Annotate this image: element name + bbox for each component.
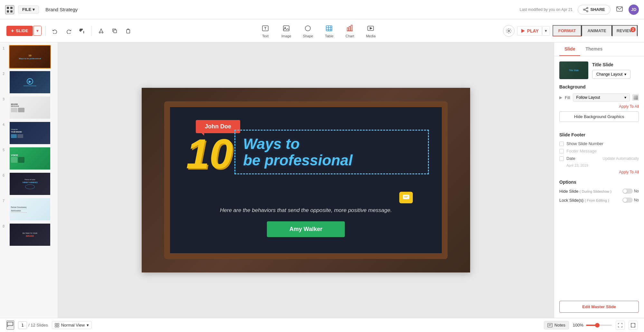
insert-image-button[interactable]: Image: [276, 22, 297, 40]
slide-footer-section-title: Slide Footer: [559, 132, 639, 137]
paste-button[interactable]: [123, 26, 134, 36]
insert-text-button[interactable]: Text: [256, 22, 275, 40]
toolbar-right-group: PLAY ▾ FORMAT ANIMATE REVIEW 2: [503, 25, 638, 37]
cut-button[interactable]: [96, 26, 107, 36]
last-modified-text: Last modified by you on Apr 21: [520, 7, 573, 12]
slide-thumbnail-6[interactable]: 6 Focus of your TARGET AUDIENCE: [3, 172, 55, 196]
title-box: Ways to be professional: [234, 130, 429, 174]
hide-slide-label-group: Hide Slide ( During Slideshow ): [559, 189, 611, 194]
svg-rect-43: [57, 326, 59, 327]
paint-format-button[interactable]: [77, 26, 88, 36]
slide-thumbnail-1[interactable]: 1 10 Ways to be professional: [3, 45, 55, 69]
app-grid-button[interactable]: [5, 5, 14, 14]
lock-slides-row: Lock Slide(s) ( From Editing ) No: [559, 198, 639, 203]
svg-rect-0: [7, 7, 9, 9]
slide-thumbnail-8[interactable]: 8 BE TRUE TO YOUR BRAND: [3, 223, 55, 246]
fit-screen-button[interactable]: [616, 321, 625, 330]
slide-thumbnail-5[interactable]: 5 VOICE: [3, 147, 55, 170]
slide-thumb-img-4[interactable]: Integrate YOUR BRAND: [9, 121, 51, 145]
notes-button[interactable]: Notes: [544, 321, 569, 329]
slide-thumb-img-8[interactable]: BE TRUE TO YOUR BRAND: [9, 223, 51, 246]
slide-number-2: 2: [3, 70, 7, 76]
play-dropdown-button[interactable]: ▾: [542, 27, 550, 34]
mail-icon-button[interactable]: [616, 5, 623, 14]
zoom-percentage-text: 100%: [573, 323, 583, 327]
slide-thumb-img-2[interactable]: ▶: [9, 70, 51, 94]
fill-color-swatch[interactable]: [632, 94, 639, 101]
edit-master-slide-button[interactable]: Edit Master Slide: [559, 301, 639, 313]
slide-number-7: 7: [3, 198, 7, 203]
slide-thumb-img-3[interactable]: BRAND MESSAGE: [9, 96, 51, 119]
slide-thumbnail-7[interactable]: 7 Partner Consistency Add Emotion: [3, 198, 55, 221]
slide-thumbnail-2[interactable]: 2 ▶: [3, 70, 55, 94]
date-checkbox[interactable]: [559, 156, 564, 161]
slide-number-1: 1: [3, 45, 7, 50]
apply-all-background-link[interactable]: Apply To All: [559, 104, 639, 109]
apply-all-footer-link[interactable]: Apply To All: [559, 170, 639, 174]
chart-insert-icon: [345, 24, 354, 33]
file-menu-button[interactable]: FILE ▾: [18, 5, 39, 14]
lock-slides-toggle[interactable]: No: [622, 198, 639, 203]
date-auto-text: Update Automatically: [602, 156, 639, 161]
svg-rect-40: [55, 323, 57, 325]
settings-button[interactable]: [503, 25, 515, 37]
svg-point-34: [508, 30, 509, 32]
media-label: Media: [366, 34, 375, 38]
share-button[interactable]: SHARE: [578, 5, 611, 14]
fullscreen-button[interactable]: [629, 321, 638, 330]
slide-dropdown-button[interactable]: ▾: [33, 26, 42, 36]
footer-message-label: Footer Message: [566, 149, 597, 153]
svg-rect-16: [127, 30, 130, 33]
review-tab[interactable]: REVIEW 2: [612, 25, 638, 36]
slide-thumb-bg-1: 10 Ways to be professional: [10, 46, 50, 68]
slide-thumb-bg-4: Integrate YOUR BRAND: [10, 122, 50, 144]
svg-line-7: [585, 8, 587, 9]
hide-slide-toggle[interactable]: No: [622, 189, 639, 194]
insert-chart-button[interactable]: Chart: [340, 22, 359, 40]
slide-thumb-img-5[interactable]: VOICE: [9, 147, 51, 170]
comment-icon-button[interactable]: [6, 320, 14, 330]
view-switcher[interactable]: Normal View ▾: [52, 321, 92, 329]
tab-slide[interactable]: Slide: [559, 42, 580, 56]
svg-rect-2: [7, 10, 9, 13]
insert-media-button[interactable]: Media: [361, 22, 381, 40]
add-slide-button[interactable]: + SLIDE: [6, 26, 33, 36]
slide-thumbnail-3[interactable]: 3 BRAND MESSAGE: [3, 96, 55, 119]
insert-table-button[interactable]: Table: [319, 22, 339, 40]
play-button[interactable]: PLAY: [517, 26, 542, 35]
footer-message-checkbox[interactable]: [559, 149, 564, 153]
user-avatar[interactable]: JD: [629, 5, 639, 15]
zoom-slider[interactable]: [586, 325, 612, 326]
copy-button[interactable]: [109, 26, 120, 36]
file-label: FILE: [22, 7, 31, 12]
lock-slides-no-text: No: [634, 198, 639, 202]
slide-title-line1: Ways to: [243, 136, 420, 152]
page-number-input[interactable]: [18, 321, 27, 329]
format-tab[interactable]: FORMAT: [553, 25, 582, 36]
footer-message-row: Footer Message: [559, 149, 639, 153]
slide-thumb-img-7[interactable]: Partner Consistency Add Emotion: [9, 198, 51, 221]
slide-thumb-bg-7: Partner Consistency Add Emotion: [10, 198, 50, 220]
date-row: Date Update Automatically: [559, 156, 639, 161]
svg-line-13: [100, 29, 101, 32]
change-layout-button[interactable]: Change Layout ▾: [592, 70, 630, 79]
slide-thumbnail-4[interactable]: 4 Integrate YOUR BRAND: [3, 121, 55, 145]
slide-thumb-img-6[interactable]: Focus of your TARGET AUDIENCE: [9, 172, 51, 196]
right-panel-body: Title Slide Title Slide Change Layout ▾ …: [554, 56, 644, 296]
bottom-right: Notes 100%: [544, 321, 638, 330]
canvas-area: John Doe 10 Ways to be professional: [58, 42, 554, 318]
redo-button[interactable]: [63, 26, 74, 36]
undo-button[interactable]: [50, 26, 61, 36]
tab-themes[interactable]: Themes: [580, 42, 608, 56]
svg-marker-35: [521, 29, 525, 33]
animate-tab[interactable]: ANIMATE: [582, 25, 612, 36]
insert-shape-button[interactable]: Shape: [298, 22, 318, 40]
hide-background-graphics-button[interactable]: Hide Background Graphics: [559, 111, 639, 122]
review-badge: 2: [630, 27, 636, 32]
svg-marker-33: [370, 27, 372, 29]
fill-dropdown[interactable]: Follow Layout ▾: [573, 93, 630, 102]
slide-thumb-img-1[interactable]: 10 Ways to be professional: [9, 45, 51, 69]
show-slide-number-checkbox[interactable]: [559, 142, 564, 146]
svg-rect-30: [351, 25, 352, 31]
share-label: SHARE: [590, 7, 605, 12]
